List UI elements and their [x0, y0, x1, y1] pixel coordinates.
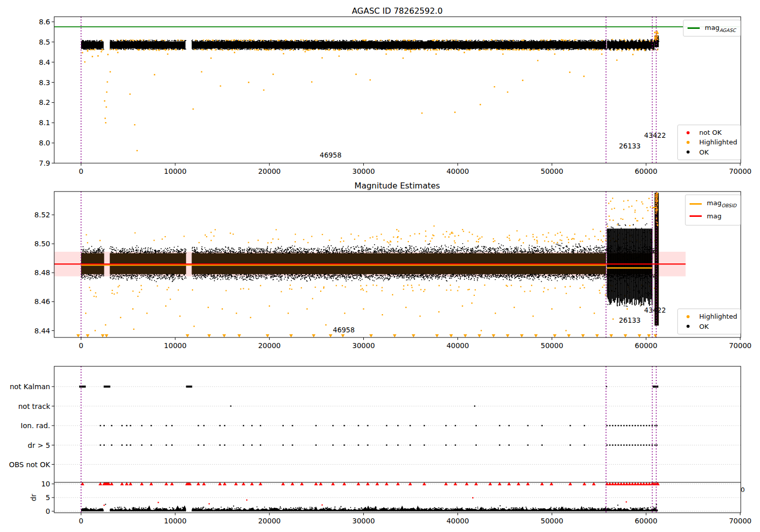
figure-canvas — [0, 0, 760, 532]
highlighted-outliers — [82, 51, 634, 151]
clipped-low-triangles — [77, 334, 658, 337]
comb-highlighted — [608, 198, 651, 226]
dr-band — [110, 506, 186, 512]
figure: AGASC ID 78262592.0 Magnitude Estimates … — [0, 0, 760, 532]
dr-not-ok-points — [103, 497, 627, 506]
highlighted-low — [85, 302, 656, 331]
axes-spine — [54, 17, 741, 163]
ok-band — [192, 41, 606, 50]
ok-band — [110, 41, 185, 50]
axes-spine — [54, 366, 741, 513]
ok-band — [81, 41, 104, 49]
dr-tall-points — [105, 504, 657, 507]
